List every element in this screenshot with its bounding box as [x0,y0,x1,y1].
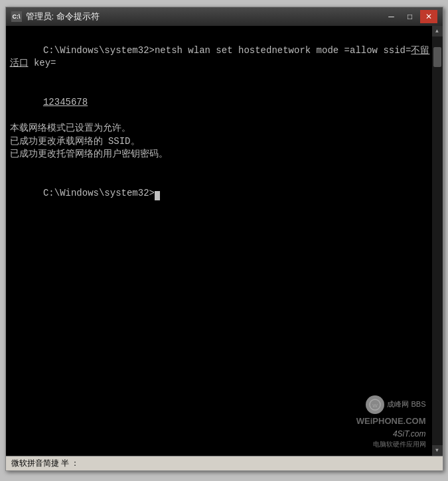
window-icon: C:\ [11,11,22,22]
watermark-top: W 成峰网 BBS [366,395,425,414]
cmd-line-1: C:\Windows\system32>netsh wlan set hoste… [10,31,439,83]
cmd-window: C:\ 管理员: 命令提示符 ─ □ ✕ C:\Windows\system32… [5,7,443,471]
prompt-1: C:\Windows\system32> [43,45,155,56]
watermark-tagline: 电脑软硬件应用网 [373,440,426,449]
cmd-text-1: netsh wlan set hostednetwork mode =allow… [155,45,411,56]
watermark-site2: WEiPHONE.COM [356,415,426,427]
key-value: 12345678 [43,97,88,107]
watermark-site1: 成峰网 BBS [387,399,425,409]
cursor [155,191,160,200]
scrollbar-thumb[interactable] [433,47,441,67]
cmd-line-3: 本载网络模式已设置为允许。 [10,122,439,135]
cmd-line-5: 已成功更改托管网络的用户密钥密码。 [10,148,439,161]
scroll-down-arrow[interactable]: ▼ [432,445,443,456]
watermark-bottom: 4SiT.com 电脑软硬件应用网 [373,429,426,449]
close-button[interactable]: ✕ [420,10,437,23]
cmd-line-2: 12345678 [10,83,439,122]
window-title: 管理员: 命令提示符 [26,11,100,23]
cmd-line-blank [10,161,439,174]
cmd-line-4: 已成功更改承载网络的 SSID。 [10,135,439,149]
watermark-icon: W [366,395,384,414]
watermark-site3: 4SiT.com [393,429,426,440]
title-bar-controls: ─ □ ✕ [383,10,437,23]
status-text: 微软拼音简捷 半 ： [11,458,80,469]
cmd-body[interactable]: C:\Windows\system32>netsh wlan set hoste… [6,26,443,456]
svg-text:W: W [373,403,378,409]
title-bar: C:\ 管理员: 命令提示符 ─ □ ✕ [6,7,443,26]
maximize-button[interactable]: □ [402,10,419,23]
scrollbar[interactable]: ▲ ▼ [432,26,443,456]
cmd-key-label: key= [29,58,56,68]
title-bar-left: C:\ 管理员: 命令提示符 [11,11,100,23]
prompt-2: C:\Windows\system32> [43,188,155,198]
scroll-up-arrow[interactable]: ▲ [432,26,443,36]
watermark: W 成峰网 BBS WEiPHONE.COM 4SiT.com 电脑软硬件应用网 [356,395,426,449]
cmd-prompt-2: C:\Windows\system32> [10,174,439,214]
minimize-button[interactable]: ─ [383,10,400,23]
status-bar: 微软拼音简捷 半 ： [6,456,443,470]
